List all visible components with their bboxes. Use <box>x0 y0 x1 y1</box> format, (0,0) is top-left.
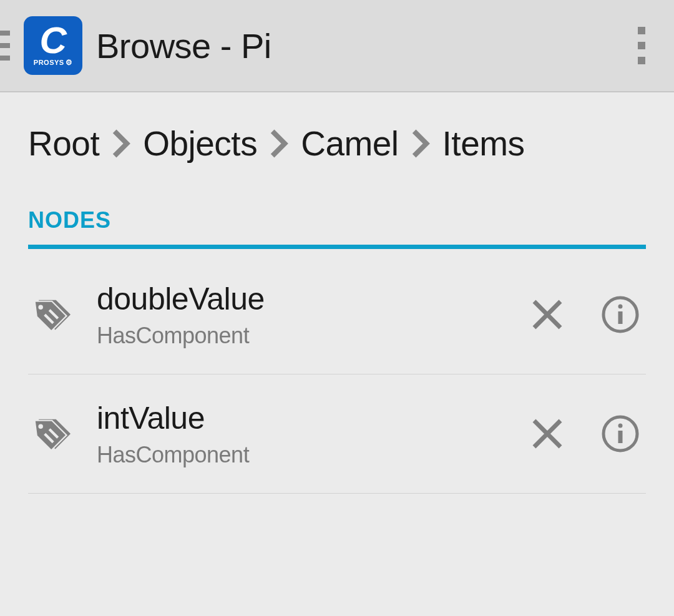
breadcrumb: Root Objects Camel Items <box>0 92 674 188</box>
tag-icon <box>28 293 71 336</box>
node-text: intValue HasComponent <box>97 399 528 468</box>
svg-point-10 <box>618 424 623 428</box>
svg-point-4 <box>618 305 623 309</box>
breadcrumb-item-objects[interactable]: Objects <box>143 124 257 164</box>
section-divider <box>28 245 646 249</box>
node-name: intValue <box>97 399 528 437</box>
overflow-menu-icon[interactable] <box>623 24 660 67</box>
svg-rect-11 <box>618 431 623 443</box>
app-logo-label: PROSYS ⚙ <box>34 58 72 67</box>
node-list: doubleValue HasComponent <box>28 249 646 494</box>
page-title: Browse - Pi <box>96 26 271 66</box>
chevron-right-icon <box>411 129 430 158</box>
close-icon[interactable] <box>528 414 567 453</box>
breadcrumb-item-camel[interactable]: Camel <box>301 124 398 164</box>
section-title: NODES <box>28 207 646 245</box>
chevron-right-icon <box>112 129 130 158</box>
breadcrumb-item-root[interactable]: Root <box>28 124 99 164</box>
node-subtype: HasComponent <box>97 442 528 468</box>
node-text: doubleValue HasComponent <box>97 280 528 349</box>
node-actions <box>528 414 640 453</box>
chevron-right-icon <box>270 129 288 158</box>
node-subtype: HasComponent <box>97 323 528 349</box>
svg-rect-5 <box>618 311 623 324</box>
section-header: NODES <box>28 207 646 249</box>
node-actions <box>528 295 640 334</box>
svg-point-6 <box>38 424 42 429</box>
app-header: C PROSYS ⚙ Browse - Pi <box>0 0 674 92</box>
node-name: doubleValue <box>97 280 528 318</box>
gear-icon: ⚙ <box>66 58 73 67</box>
close-icon[interactable] <box>528 295 567 334</box>
list-item[interactable]: doubleValue HasComponent <box>28 249 646 374</box>
svg-point-0 <box>38 305 42 310</box>
hamburger-icon[interactable] <box>0 27 15 64</box>
info-icon[interactable] <box>601 414 640 453</box>
info-icon[interactable] <box>601 295 640 334</box>
app-logo-letter: C <box>40 22 67 59</box>
list-item[interactable]: intValue HasComponent <box>28 374 646 494</box>
tag-icon <box>28 413 71 455</box>
app-logo[interactable]: C PROSYS ⚙ <box>24 16 82 75</box>
breadcrumb-item-items[interactable]: Items <box>442 124 525 164</box>
